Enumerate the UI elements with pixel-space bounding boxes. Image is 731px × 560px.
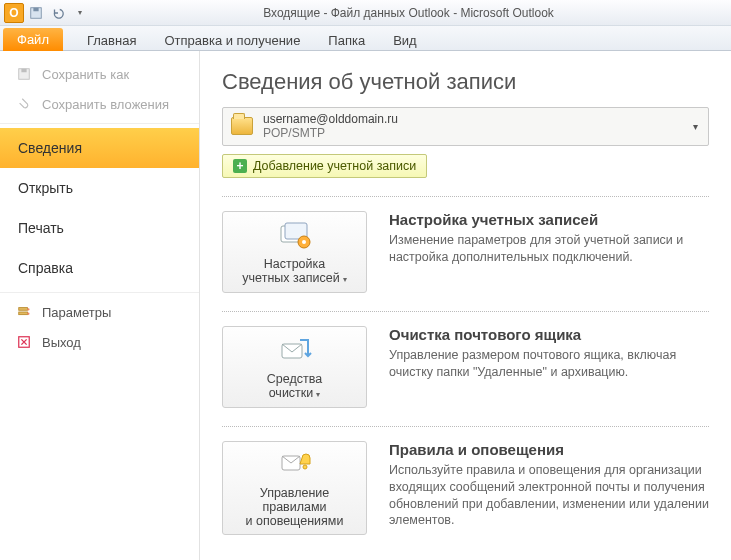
- divider: [0, 123, 199, 124]
- svg-point-6: [27, 308, 29, 310]
- button-label-line2: и оповещениями: [246, 514, 344, 528]
- svg-rect-5: [19, 312, 28, 315]
- save-qat-icon[interactable]: [26, 3, 46, 23]
- section-title: Правила и оповещения: [389, 441, 709, 458]
- svg-point-12: [302, 240, 306, 244]
- account-settings-icon: [278, 221, 312, 251]
- exit-icon: [16, 334, 32, 350]
- backstage-sidebar: Сохранить как Сохранить вложения Сведени…: [0, 51, 200, 560]
- window-title: Входящие - Файл данных Outlook - Microso…: [90, 6, 727, 20]
- divider: [222, 426, 709, 427]
- sidebar-item-label: Выход: [42, 335, 81, 350]
- account-protocol: POP/SMTP: [263, 126, 398, 140]
- sidebar-item-label: Параметры: [42, 305, 111, 320]
- rules-icon: [278, 450, 312, 480]
- svg-rect-4: [19, 308, 28, 311]
- rules-alerts-button[interactable]: Управление правилами и оповещениями: [222, 441, 367, 535]
- chevron-down-icon: ▾: [343, 275, 347, 284]
- chevron-down-icon: ▾: [693, 121, 698, 132]
- tab-folder[interactable]: Папка: [314, 26, 379, 50]
- sidebar-item-label: Сохранить как: [42, 67, 129, 82]
- save-as-icon: [16, 66, 32, 82]
- undo-icon[interactable]: [48, 3, 68, 23]
- section-description: Используйте правила и оповещения для орг…: [389, 462, 709, 530]
- sidebar-save-attachments: Сохранить вложения: [0, 89, 199, 119]
- svg-point-15: [303, 465, 307, 469]
- sidebar-options[interactable]: Параметры: [0, 297, 199, 327]
- app-icon[interactable]: O: [4, 3, 24, 23]
- button-label-line1: Средства: [267, 372, 322, 386]
- section-cleanup: Средства очистки▾ Очистка почтового ящик…: [222, 326, 709, 408]
- divider: [0, 292, 199, 293]
- tab-home[interactable]: Главная: [73, 26, 150, 50]
- sidebar-exit[interactable]: Выход: [0, 327, 199, 357]
- sidebar-open[interactable]: Открыть: [0, 168, 199, 208]
- account-picker[interactable]: username@olddomain.ru POP/SMTP ▾: [222, 107, 709, 146]
- tab-send-receive[interactable]: Отправка и получение: [150, 26, 314, 50]
- button-label-line2: учетных записей: [242, 271, 339, 285]
- page-title: Сведения об учетной записи: [222, 69, 709, 95]
- tab-view[interactable]: Вид: [379, 26, 431, 50]
- svg-point-7: [27, 313, 29, 315]
- qat-dropdown-icon[interactable]: ▾: [70, 3, 90, 23]
- options-icon: [16, 304, 32, 320]
- svg-rect-3: [21, 69, 26, 73]
- cleanup-icon: [278, 336, 312, 366]
- sidebar-print[interactable]: Печать: [0, 208, 199, 248]
- cleanup-tools-button[interactable]: Средства очистки▾: [222, 326, 367, 408]
- add-account-button[interactable]: + Добавление учетной записи: [222, 154, 427, 178]
- section-description: Управление размером почтового ящика, вкл…: [389, 347, 709, 381]
- button-label-line2: очистки: [269, 386, 314, 400]
- button-label-line1: Настройка: [264, 257, 326, 271]
- title-bar: O ▾ Входящие - Файл данных Outlook - Mic…: [0, 0, 731, 26]
- account-settings-button[interactable]: Настройка учетных записей▾: [222, 211, 367, 293]
- section-title: Очистка почтового ящика: [389, 326, 709, 343]
- quick-access-toolbar: O ▾: [4, 3, 90, 23]
- sidebar-item-label: Сохранить вложения: [42, 97, 169, 112]
- button-label-line1: Управление правилами: [260, 486, 330, 514]
- sidebar-info[interactable]: Сведения: [0, 128, 199, 168]
- section-account-settings: Настройка учетных записей▾ Настройка уче…: [222, 211, 709, 293]
- svg-rect-1: [33, 7, 38, 11]
- divider: [222, 311, 709, 312]
- account-email: username@olddomain.ru: [263, 112, 398, 126]
- tab-file[interactable]: Файл: [3, 28, 63, 51]
- attachment-icon: [16, 96, 32, 112]
- chevron-down-icon: ▾: [316, 390, 320, 399]
- section-rules: Управление правилами и оповещениями Прав…: [222, 441, 709, 535]
- plus-icon: +: [233, 159, 247, 173]
- ribbon-tabs: Файл Главная Отправка и получение Папка …: [0, 26, 731, 51]
- add-account-label: Добавление учетной записи: [253, 159, 416, 173]
- section-description: Изменение параметров для этой учетной за…: [389, 232, 709, 266]
- section-title: Настройка учетных записей: [389, 211, 709, 228]
- sidebar-save-as: Сохранить как: [0, 59, 199, 89]
- sidebar-help[interactable]: Справка: [0, 248, 199, 288]
- folder-icon: [231, 117, 253, 135]
- divider: [222, 196, 709, 197]
- content-pane: Сведения об учетной записи username@oldd…: [200, 51, 731, 560]
